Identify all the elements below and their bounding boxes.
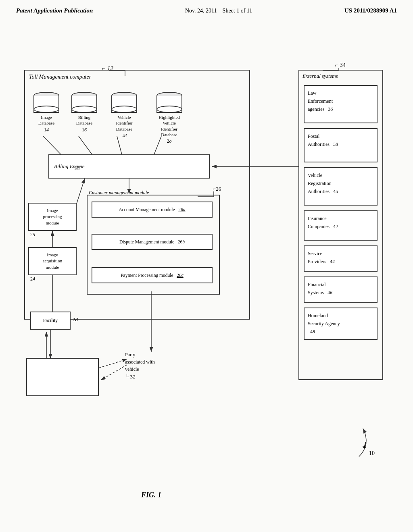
facility-box: Facility (30, 312, 71, 330)
dispute-mgmt-label: Dispute Management module 26b (119, 239, 185, 244)
billing-database: BillingDatabase 16 (68, 92, 100, 144)
svg-line-13 (101, 365, 127, 380)
ext-vehicle-reg-label: VehicleRegistrationAuthorities 4o (308, 172, 338, 194)
billing-engine-ref: 22 (75, 165, 80, 172)
party-ref: └ 32 (125, 374, 155, 380)
billing-db-cylinder (71, 92, 97, 113)
image-proc-ref: 25 (30, 232, 35, 238)
header-date: Nov. 24, 2011 Sheet 1 of 11 (185, 8, 252, 14)
highlighted-vehicle-db-cylinder (156, 92, 182, 113)
svg-line-14 (99, 359, 127, 368)
fig-label: FIG. 1 (141, 491, 161, 499)
customer-mgmt-box: Account Management module 26a Dispute Ma… (87, 195, 220, 295)
header-patent-num: US 2011/0288909 A1 (344, 7, 397, 14)
ext-service-providers: ServiceProviders 44 (304, 245, 378, 272)
ref-26-label: ⌐26 (213, 186, 221, 192)
payment-proc-label: Payment Processing module 26c (121, 273, 184, 278)
image-db-num: 14 (44, 127, 49, 133)
image-proc-box: Imageprocessingmodule (28, 203, 77, 231)
image-acq-ref: 24 (30, 276, 35, 282)
ext-insurance: InsuranceCompanies 42 (304, 210, 378, 241)
payment-proc-box: Payment Processing module 26c (92, 267, 213, 283)
ext-homeland-security: HomelandSecurity Agency 48 (304, 308, 378, 340)
billing-db-num: 16 (82, 127, 87, 133)
ext-vehicle-reg: VehicleRegistrationAuthorities 4o (304, 167, 378, 206)
billing-db-label: BillingDatabase (76, 114, 92, 126)
party-label: Partyassociated withvehicle (125, 351, 155, 373)
ext-postal-label: PostalAuthorities 38 (308, 133, 338, 147)
highlighted-vehicle-db: HighlightedVehicleIdentifierDatabase 2o (148, 92, 190, 144)
image-db-label: ImageDatabase (38, 114, 54, 126)
ext-financial-systems: FinancialSystems 46 (304, 276, 378, 303)
account-mgmt-box: Account Management module 26a (92, 202, 213, 218)
ext-insurance-label: InsuranceCompanies 42 (308, 216, 338, 229)
image-proc-label: Imageprocessingmodule (43, 208, 62, 226)
dispute-mgmt-box: Dispute Management module 26b (92, 234, 213, 250)
image-db-cylinder (33, 92, 59, 113)
vehicle-box: Vehicle 3o Vehicle Identifier 31 (26, 358, 99, 396)
customer-mgmt-label: Customer management module (89, 190, 149, 196)
highlighted-vehicle-db-num: 2o (167, 138, 172, 144)
vehicle-id-db-num: ↓8 (122, 133, 127, 139)
vehicle-id-db-cylinder (111, 92, 137, 113)
facility-ref: 28 (73, 316, 78, 323)
ext-service-providers-label: ServiceProviders 44 (308, 251, 335, 264)
databases-group: ImageDatabase 14 BillingDatabase 16 (30, 92, 190, 144)
highlighted-vehicle-db-label: HighlightedVehicleIdentifierDatabase (159, 114, 180, 137)
party-box: Partyassociated withvehicle └ 32 (125, 351, 155, 380)
facility-label: Facility (43, 318, 58, 324)
ref-34: ⌐ 34 (335, 62, 346, 69)
page: Patent Application Publication Nov. 24, … (0, 0, 413, 532)
vehicle-id-db-label: VehicleIdentifierDatabase (116, 114, 133, 132)
external-systems-label: External systems (302, 73, 338, 79)
account-mgmt-label: Account Management module 26a (119, 207, 185, 212)
toll-mgmt-label: Toll Management computer (29, 74, 91, 80)
ext-homeland-security-label: HomelandSecurity Agency 48 (308, 313, 340, 335)
ext-law-enforcement: LawEnforcementagencies 36 (304, 85, 378, 123)
billing-engine-box: Billing Engine (48, 154, 210, 179)
image-acq-box: Imageacquisitionmodule (28, 247, 77, 275)
ext-law-enforcement-label: LawEnforcementagencies 36 (308, 90, 333, 112)
ext-postal: PostalAuthorities 38 (304, 128, 378, 162)
image-database: ImageDatabase 14 (30, 92, 63, 144)
ref-10: ↙ 10 (361, 440, 375, 457)
image-acq-label: Imageacquisitionmodule (43, 252, 62, 270)
ext-financial-systems-label: FinancialSystems 46 (308, 282, 332, 295)
page-header: Patent Application Publication Nov. 24, … (0, 0, 413, 17)
vehicle-id-database: VehicleIdentifierDatabase ↓8 (106, 92, 142, 144)
diagram-area: ⌐ 12 Toll Management computer ImageDatab… (0, 17, 413, 513)
header-publication: Patent Application Publication (16, 7, 93, 14)
